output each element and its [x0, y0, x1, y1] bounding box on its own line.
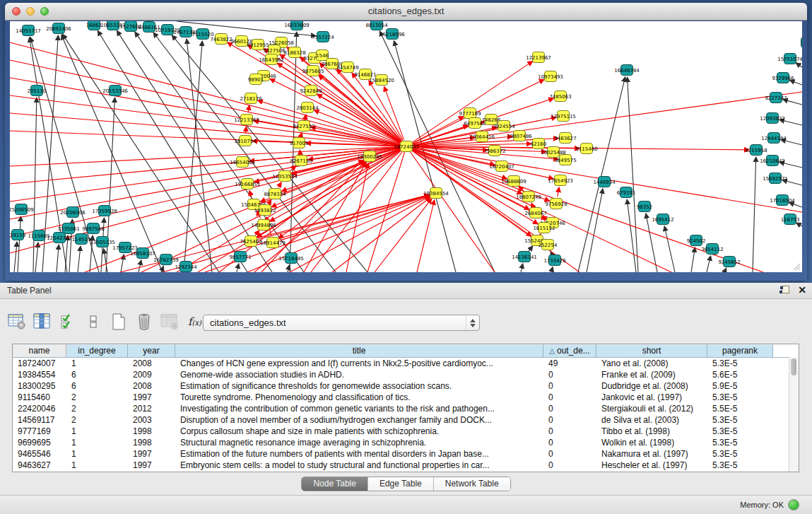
- graph-edge[interactable]: [78, 246, 81, 272]
- graph-node[interactable]: 12444184: [761, 133, 787, 144]
- graph-node[interactable]: 15751074: [777, 54, 802, 64]
- graph-node[interactable]: 15718485: [278, 253, 304, 264]
- close-panel-icon[interactable]: ✕: [798, 285, 806, 295]
- table-row[interactable]: 946554611997Estimation of the future num…: [13, 448, 799, 460]
- graph-edge[interactable]: [57, 245, 59, 272]
- graph-edge[interactable]: [707, 256, 711, 272]
- graph-edge[interactable]: [10, 113, 406, 146]
- graph-edge[interactable]: [578, 77, 625, 272]
- graph-node[interactable]: 62160: [531, 139, 546, 149]
- table-row[interactable]: 1456911722003Disruption of a novel membe…: [13, 414, 799, 426]
- column-header-pagerank[interactable]: pagerank: [707, 344, 773, 357]
- graph-edge[interactable]: [14, 242, 17, 272]
- graph-edge[interactable]: [18, 216, 20, 272]
- column-header-year[interactable]: year: [128, 344, 175, 357]
- graph-node[interactable]: 25206509: [10, 204, 34, 215]
- select-columns-button[interactable]: [33, 313, 52, 332]
- network-canvas[interactable]: 1872400774638229660128891295515226058932…: [10, 21, 802, 272]
- graph-node[interactable]: 2803144: [296, 103, 319, 113]
- graph-edge[interactable]: [521, 264, 523, 272]
- graph-node[interactable]: 205110: [28, 86, 47, 96]
- graph-edge[interactable]: [551, 267, 553, 272]
- table-scrollbar[interactable]: [789, 357, 799, 472]
- table-settings-button[interactable]: [7, 313, 26, 332]
- graph-edge[interactable]: [98, 30, 247, 272]
- graph-edge[interactable]: [288, 265, 290, 272]
- graph-edge[interactable]: [35, 243, 38, 272]
- graph-node[interactable]: 12093832: [760, 113, 785, 124]
- graph-edge[interactable]: [255, 230, 259, 235]
- graph-node[interactable]: 679191: [617, 187, 636, 198]
- graph-node[interactable]: 19166855: [235, 179, 260, 189]
- tab-edge-table[interactable]: Edge Table: [368, 477, 434, 491]
- graph-node[interactable]: 98352: [637, 201, 652, 212]
- graph-node[interactable]: 8813054: [365, 21, 388, 30]
- tab-node-table[interactable]: Node Table: [302, 477, 368, 491]
- graph-node[interactable]: 16720407: [489, 161, 514, 172]
- graph-node[interactable]: 9756928: [545, 199, 567, 209]
- graph-node[interactable]: 9115460: [575, 144, 597, 154]
- table-row[interactable]: 977716911998Corpus callosum shape and si…: [13, 426, 799, 437]
- graph-edge[interactable]: [10, 42, 406, 146]
- graph-edge[interactable]: [139, 260, 141, 272]
- function-builder-button[interactable]: f(x): [185, 313, 204, 332]
- float-panel-icon[interactable]: [779, 285, 789, 295]
- table-row[interactable]: 1872400712008Changes of HCN gene express…: [13, 358, 799, 369]
- graph-edge[interactable]: [664, 226, 675, 272]
- graph-node[interactable]: 13505135: [90, 237, 115, 247]
- memory-status-indicator[interactable]: [788, 499, 799, 510]
- graph-node[interactable]: 16033809: [284, 21, 310, 30]
- graph-edge[interactable]: [135, 32, 304, 272]
- graph-node[interactable]: 9329966: [772, 73, 794, 83]
- row-height-button[interactable]: [83, 313, 102, 332]
- graph-edge[interactable]: [278, 182, 281, 188]
- graph-node[interactable]: 8215958: [745, 145, 767, 156]
- graph-node[interactable]: 3654112: [701, 244, 723, 255]
- graph-node[interactable]: 98901: [248, 74, 264, 85]
- graph-node[interactable]: 7485063: [549, 91, 571, 102]
- table-selector[interactable]: citations_edges.txt: [203, 315, 480, 331]
- table-row[interactable]: 1938455462009Genome-wide association stu…: [13, 369, 799, 380]
- graph-edge[interactable]: [753, 157, 756, 272]
- graph-edge[interactable]: [529, 246, 533, 251]
- graph-node[interactable]: 2718176: [240, 93, 262, 104]
- graph-node[interactable]: 12213967: [526, 52, 551, 63]
- graph-node[interactable]: 16210643: [760, 156, 785, 166]
- graph-edge[interactable]: [417, 200, 435, 272]
- graph-edge[interactable]: [375, 199, 432, 272]
- resize-grip-icon[interactable]: [791, 261, 801, 271]
- graph-node[interactable]: 1112: [801, 37, 802, 48]
- graph-node[interactable]: 39159: [10, 230, 25, 240]
- graph-node[interactable]: 8878334: [264, 189, 286, 199]
- graph-node[interactable]: 9097588: [82, 223, 104, 234]
- tab-network-table[interactable]: Network Table: [434, 477, 510, 491]
- new-table-button[interactable]: [109, 313, 128, 332]
- graph-node[interactable]: 16654085: [230, 157, 255, 168]
- graph-edge[interactable]: [412, 62, 532, 143]
- graph-edge[interactable]: [587, 189, 603, 272]
- graph-node[interactable]: 17359928: [92, 206, 117, 216]
- graph-node[interactable]: 917005: [290, 138, 309, 148]
- graph-node[interactable]: 20206506: [60, 207, 86, 218]
- graph-node[interactable]: 9463627: [554, 133, 576, 144]
- graph-edge[interactable]: [10, 146, 406, 166]
- graph-edge[interactable]: [558, 187, 559, 197]
- graph-node[interactable]: 1733426: [543, 255, 566, 266]
- graph-node[interactable]: 9857771: [229, 252, 251, 262]
- graph-edge[interactable]: [796, 223, 802, 226]
- delete-rows-button[interactable]: [134, 313, 153, 332]
- graph-node[interactable]: 17654923: [548, 175, 573, 186]
- graph-node[interactable]: 8186328: [283, 47, 305, 58]
- graph-edge[interactable]: [406, 92, 802, 146]
- graph-edge[interactable]: [300, 150, 300, 153]
- graph-node[interactable]: 1810754: [234, 136, 257, 146]
- graph-edge[interactable]: [248, 105, 249, 112]
- graph-edge[interactable]: [796, 63, 802, 67]
- graph-node[interactable]: 924502: [687, 235, 706, 246]
- select-rows-button[interactable]: [58, 313, 77, 332]
- column-header-title[interactable]: title: [175, 344, 543, 357]
- graph-node[interactable]: 15218596: [379, 29, 405, 40]
- graph-node[interactable]: 14136141: [512, 252, 537, 262]
- column-header-name[interactable]: name: [13, 344, 66, 357]
- table-row[interactable]: 1830029562008Estimation of significance …: [13, 380, 799, 392]
